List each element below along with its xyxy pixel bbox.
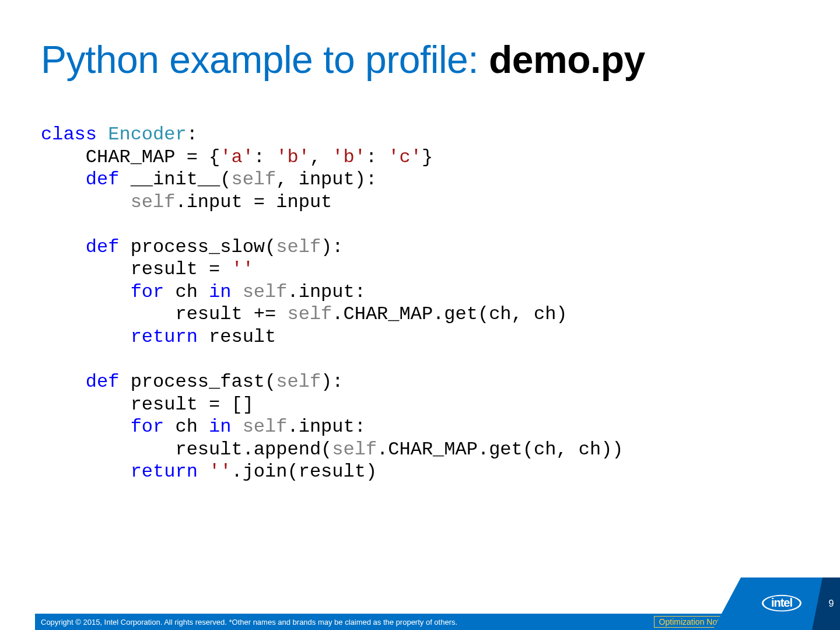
- page-number-strip: 9: [822, 578, 840, 630]
- title-bold: demo.py: [489, 38, 645, 81]
- intel-logo-text: intel: [762, 596, 802, 610]
- slide: Python example to profile: demo.py class…: [0, 0, 840, 630]
- intel-logo-icon: intel: [762, 590, 802, 617]
- footer: Copyright © 2015, Intel Corporation. All…: [0, 578, 840, 630]
- title-prefix: Python example to profile:: [41, 38, 489, 81]
- intel-logo-block: intel: [741, 578, 822, 630]
- code-block: class Encoder: CHAR_MAP = {'a': 'b', 'b'…: [41, 124, 624, 484]
- slide-title: Python example to profile: demo.py: [41, 37, 645, 82]
- page-number: 9: [829, 598, 834, 609]
- copyright-text: Copyright © 2015, Intel Corporation. All…: [41, 618, 457, 626]
